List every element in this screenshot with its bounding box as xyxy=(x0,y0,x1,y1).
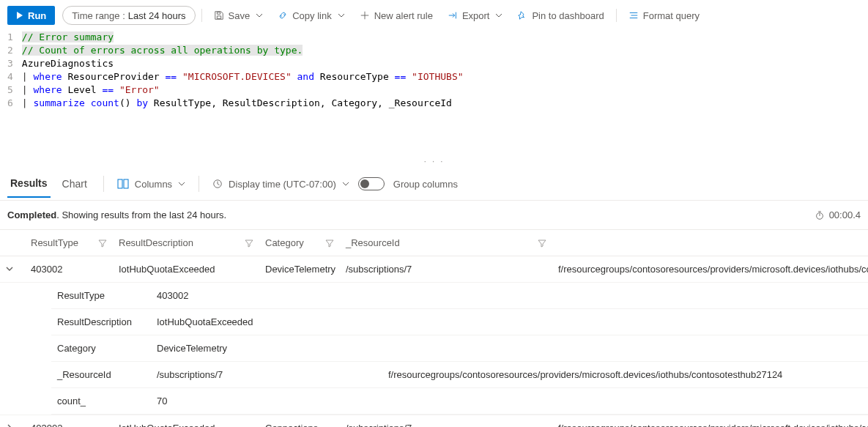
play-icon xyxy=(16,10,23,21)
detail-key: ResultDescription xyxy=(51,309,151,335)
columns-icon xyxy=(117,179,129,189)
detail-key: count_ xyxy=(51,388,151,415)
stopwatch-icon xyxy=(815,210,825,220)
cell-resourceid-tail: f/resourcegroups/contosoresources/provid… xyxy=(552,256,868,283)
columns-button[interactable]: Columns xyxy=(117,179,185,190)
display-time-picker[interactable]: Display time (UTC-07:00) xyxy=(212,179,349,190)
chevron-down-icon xyxy=(338,12,345,19)
cell-resultdescription: IotHubQuotaExceeded xyxy=(113,415,259,428)
save-button[interactable]: Save xyxy=(208,6,270,25)
cell-resultdescription: IotHubQuotaExceeded xyxy=(113,256,259,283)
svg-rect-1 xyxy=(124,179,128,188)
time-range-prefix: Time range : xyxy=(72,10,125,21)
chevron-down-icon xyxy=(495,12,502,19)
separator xyxy=(103,176,104,192)
cell-category: Connections xyxy=(259,415,340,428)
group-columns-toggle[interactable] xyxy=(358,177,385,190)
expand-column xyxy=(0,230,25,256)
status-completed: Completed xyxy=(7,209,56,220)
group-columns-label: Group columns xyxy=(393,179,458,190)
export-icon xyxy=(448,10,458,21)
toolbar-separator xyxy=(616,9,617,22)
row-expander[interactable] xyxy=(6,423,13,427)
new-alert-button[interactable]: New alert rule xyxy=(354,6,439,25)
detail-key: Category xyxy=(51,335,151,362)
chevron-down-icon xyxy=(342,180,349,187)
detail-value: 403002 xyxy=(151,283,868,309)
detail-row: Category DeviceTelemetry xyxy=(51,335,868,362)
query-editor[interactable]: 123456 // Error summary// Count of error… xyxy=(0,31,868,110)
chevron-down-icon xyxy=(178,180,185,187)
cell-resourceid-tail: f/resourcegroups/contosoresources/provid… xyxy=(552,415,868,428)
row-details: ResultType 403002ResultDescription IotHu… xyxy=(0,283,868,415)
cell-resourceid: /subscriptions/7 xyxy=(340,256,552,283)
tab-results[interactable]: Results xyxy=(7,170,51,198)
query-timer: 00:00.4 xyxy=(815,209,861,220)
format-query-button[interactable]: Format query xyxy=(623,6,705,25)
code-content: // Error summary// Count of errors acros… xyxy=(22,31,464,110)
run-label: Run xyxy=(28,10,46,21)
filter-icon[interactable] xyxy=(245,239,253,248)
pin-icon xyxy=(517,10,527,21)
cell-category: DeviceTelemetry xyxy=(259,256,340,283)
export-button[interactable]: Export xyxy=(442,6,509,25)
table-row[interactable]: 403002 IotHubQuotaExceeded Connections /… xyxy=(0,415,868,428)
detail-key: _ResourceId xyxy=(51,362,151,388)
query-toolbar: Run Time range : Last 24 hours Save Copy… xyxy=(0,0,868,31)
column-header-ResultDescription[interactable]: ResultDescription xyxy=(113,230,259,256)
detail-row: ResultDescription IotHubQuotaExceeded xyxy=(51,309,868,335)
filter-icon[interactable] xyxy=(98,239,107,248)
vertical-resize-handle[interactable]: · · · xyxy=(0,154,868,168)
results-table: ResultType ResultDescription Category _R… xyxy=(0,230,868,427)
line-numbers: 123456 xyxy=(7,31,22,110)
status-suffix: . Showing results from the last 24 hours… xyxy=(56,209,226,220)
link-icon xyxy=(278,10,288,21)
detail-key: ResultType xyxy=(51,283,151,309)
column-header-ResultType[interactable]: ResultType xyxy=(25,230,113,256)
detail-value: /subscriptions/7 xyxy=(151,362,382,388)
chevron-down-icon xyxy=(256,12,263,19)
save-icon xyxy=(214,10,224,21)
detail-value: IotHubQuotaExceeded xyxy=(151,309,868,335)
svg-rect-0 xyxy=(118,179,122,188)
run-button[interactable]: Run xyxy=(7,6,55,25)
time-range-value: Last 24 hours xyxy=(128,10,186,21)
detail-row: count_ 70 xyxy=(51,388,868,415)
plus-icon xyxy=(360,10,370,21)
time-range-picker[interactable]: Time range : Last 24 hours xyxy=(62,6,195,25)
column-resource-tail xyxy=(552,230,868,256)
filter-icon[interactable] xyxy=(325,239,334,248)
clock-icon xyxy=(212,179,223,189)
cell-resulttype: 403002 xyxy=(25,415,113,428)
copy-link-button[interactable]: Copy link xyxy=(272,6,350,25)
results-toolbar: Results Chart Columns Display time (UTC-… xyxy=(0,168,868,201)
column-header-_ResourceId[interactable]: _ResourceId xyxy=(340,230,552,256)
column-header-Category[interactable]: Category xyxy=(259,230,340,256)
tab-chart[interactable]: Chart xyxy=(59,171,90,197)
cell-resulttype: 403002 xyxy=(25,256,113,283)
row-expander[interactable] xyxy=(6,264,13,275)
table-row[interactable]: 403002 IotHubQuotaExceeded DeviceTelemet… xyxy=(0,256,868,283)
pin-button[interactable]: Pin to dashboard xyxy=(511,6,609,25)
toolbar-separator xyxy=(201,9,202,22)
status-row: Completed. Showing results from the last… xyxy=(0,201,868,230)
detail-value: 70 xyxy=(151,388,868,415)
separator xyxy=(199,176,199,192)
detail-value: DeviceTelemetry xyxy=(151,335,868,362)
detail-row: ResultType 403002 xyxy=(51,283,868,309)
detail-row: _ResourceId /subscriptions/7 f/resourceg… xyxy=(51,362,868,388)
filter-icon[interactable] xyxy=(538,239,546,248)
cell-resourceid: /subscriptions/7 xyxy=(340,415,552,428)
results-table-wrap: ResultType ResultDescription Category _R… xyxy=(0,230,868,427)
detail-value-tail: f/resourcegroups/contosoresources/provid… xyxy=(382,362,868,388)
format-icon xyxy=(628,10,639,21)
